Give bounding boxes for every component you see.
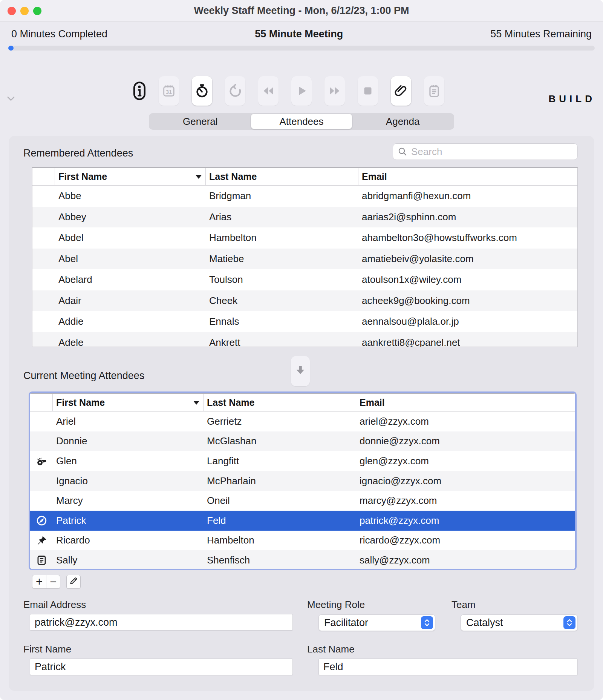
cell-email: glen@zzyx.com bbox=[356, 455, 575, 467]
cell-last-name: McPharlain bbox=[204, 475, 356, 487]
meeting-notes-button[interactable] bbox=[424, 76, 444, 106]
table-row[interactable]: AbbeBridgmanabridgmanfi@hexun.com bbox=[32, 186, 577, 207]
cell-role-icon bbox=[30, 554, 53, 566]
reset-timer-button[interactable] bbox=[225, 76, 245, 106]
cell-first-name: Ariel bbox=[53, 416, 204, 427]
cell-email: atoulson1x@wiley.com bbox=[358, 274, 577, 286]
current-meeting-attendees-table: First NameLast NameEmailArielGerrietzari… bbox=[30, 393, 575, 569]
cell-first-name: Abbe bbox=[55, 190, 206, 202]
search-field[interactable] bbox=[393, 143, 578, 160]
table-row[interactable]: AbbeyAriasaarias2i@sphinn.com bbox=[32, 207, 577, 228]
table-row[interactable]: IgnacioMcPharlainignacio@zzyx.com bbox=[30, 471, 575, 491]
meeting-role-dropdown[interactable]: Facilitator bbox=[318, 614, 435, 631]
fast-forward-icon bbox=[328, 84, 342, 98]
column-header-email[interactable]: Email bbox=[356, 394, 575, 411]
meeting-role-value: Facilitator bbox=[324, 617, 368, 629]
cell-last-name: Arias bbox=[206, 211, 358, 223]
cell-email: ricardo@zzyx.com bbox=[356, 534, 575, 546]
table-row[interactable]: AbdelHambeltonahambelton3o@howstuffworks… bbox=[32, 227, 577, 249]
pushpin-icon bbox=[36, 534, 47, 546]
column-header-first-name[interactable]: First Name bbox=[55, 168, 206, 185]
play-icon bbox=[294, 84, 309, 98]
table-row[interactable]: ArielGerrietzariel@zzyx.com bbox=[30, 411, 575, 431]
cell-last-name: Hambelton bbox=[204, 534, 356, 546]
team-dropdown[interactable]: Catalyst bbox=[461, 614, 578, 631]
minimize-button[interactable] bbox=[20, 7, 29, 15]
down-arrow-icon bbox=[294, 364, 307, 378]
tab-attendees[interactable]: Attendees bbox=[251, 114, 352, 129]
meeting-progress-fill bbox=[8, 46, 14, 51]
meeting-length-label: 55 Minute Meeting bbox=[255, 28, 343, 40]
cell-email: ignacio@zzyx.com bbox=[356, 475, 575, 487]
cell-first-name: Donnie bbox=[53, 435, 204, 447]
table-header: First NameLast NameEmail bbox=[30, 394, 575, 411]
minutes-remaining-label: 55 Minutes Remaining bbox=[490, 28, 592, 40]
cell-last-name: Langfitt bbox=[204, 455, 356, 467]
table-row[interactable]: MarcyOneilmarcy@zzyx.com bbox=[30, 491, 575, 511]
column-header-last-name[interactable]: Last Name bbox=[206, 168, 358, 185]
cell-last-name: Toulson bbox=[206, 274, 358, 286]
last-name-field[interactable] bbox=[318, 659, 578, 675]
cell-first-name: Marcy bbox=[53, 495, 204, 507]
rewind-button[interactable] bbox=[258, 76, 279, 106]
cell-last-name: Ankrett bbox=[206, 337, 358, 347]
cell-first-name: Glen bbox=[53, 455, 204, 467]
toolbar: 31 bbox=[0, 76, 603, 106]
cell-last-name: Cheek bbox=[206, 295, 358, 307]
column-header-icon bbox=[32, 168, 55, 185]
table-row[interactable]: PatrickFeldpatrick@zzyx.com bbox=[30, 511, 575, 531]
cell-first-name: Adele bbox=[55, 337, 206, 347]
move-down-button[interactable] bbox=[291, 356, 310, 386]
app-window: Weekly Staff Meeting - Mon, 6/12/23, 1:0… bbox=[0, 0, 603, 700]
close-button[interactable] bbox=[8, 7, 16, 15]
stepper-icon bbox=[421, 616, 433, 629]
add-attendee-button[interactable]: + bbox=[32, 575, 46, 589]
stepper-icon bbox=[563, 616, 575, 629]
table-row[interactable]: GlenLangfittglen@zzyx.com bbox=[30, 451, 575, 471]
fast-forward-button[interactable] bbox=[324, 76, 345, 106]
stop-button[interactable] bbox=[358, 76, 378, 106]
cell-first-name: Addie bbox=[55, 316, 206, 327]
tab-general[interactable]: General bbox=[150, 114, 251, 129]
table-row[interactable]: AbelardToulsonatoulson1x@wiley.com bbox=[32, 269, 577, 290]
email-address-field[interactable] bbox=[30, 614, 293, 631]
play-button[interactable] bbox=[291, 76, 312, 106]
calendar-button[interactable]: 31 bbox=[159, 76, 179, 106]
table-row[interactable]: DonnieMcGlashandonnie@zzyx.com bbox=[30, 431, 575, 451]
tab-bar: GeneralAttendeesAgenda bbox=[149, 113, 454, 130]
column-header-first-name[interactable]: First Name bbox=[53, 394, 204, 411]
table-row[interactable]: AddieEnnalsaennalsou@plala.or.jp bbox=[32, 311, 577, 332]
cell-last-name: Matiebe bbox=[206, 253, 358, 265]
table-row[interactable]: AdeleAnkrettaankretti8@cpanel.net bbox=[32, 332, 577, 347]
calendar-icon: 31 bbox=[162, 84, 176, 98]
notepad-icon bbox=[427, 84, 441, 98]
column-header-email[interactable]: Email bbox=[358, 168, 577, 185]
attendee-edit-buttons: + − bbox=[32, 575, 81, 589]
start-timer-button[interactable] bbox=[192, 76, 212, 106]
meeting-role-label: Meeting Role bbox=[307, 599, 365, 611]
search-input[interactable] bbox=[410, 146, 573, 158]
remove-attendee-button[interactable]: − bbox=[46, 575, 60, 589]
progress-labels: 0 Minutes Completed 55 Minute Meeting 55… bbox=[0, 28, 603, 40]
first-name-field[interactable] bbox=[30, 659, 293, 675]
compass-icon bbox=[36, 515, 47, 527]
zoom-button[interactable] bbox=[33, 7, 41, 15]
traffic-lights bbox=[8, 7, 41, 15]
attachment-button[interactable] bbox=[391, 76, 411, 106]
team-value: Catalyst bbox=[466, 617, 503, 629]
window-title: Weekly Staff Meeting - Mon, 6/12/23, 1:0… bbox=[194, 5, 409, 17]
table-row[interactable]: RicardoHambeltonricardo@zzyx.com bbox=[30, 531, 575, 551]
search-icon bbox=[398, 147, 407, 157]
cell-email: abridgmanfi@hexun.com bbox=[358, 190, 577, 202]
table-row[interactable]: AdairCheekacheek9g@booking.com bbox=[32, 290, 577, 312]
meeting-progress-bar bbox=[8, 46, 595, 51]
tab-agenda[interactable]: Agenda bbox=[352, 114, 453, 129]
table-row[interactable]: SallyShenfischsally@zzyx.com bbox=[30, 550, 575, 569]
table-row[interactable]: AbelMatiebeamatiebeiv@yolasite.com bbox=[32, 249, 577, 270]
cell-first-name: Ignacio bbox=[53, 475, 204, 487]
current-meeting-attendees-title: Current Meeting Attendees bbox=[23, 370, 144, 382]
column-header-last-name[interactable]: Last Name bbox=[204, 394, 356, 411]
cell-email: aarias2i@sphinn.com bbox=[358, 211, 577, 223]
stopwatch-icon bbox=[195, 84, 209, 98]
edit-attendee-button[interactable] bbox=[66, 575, 81, 589]
